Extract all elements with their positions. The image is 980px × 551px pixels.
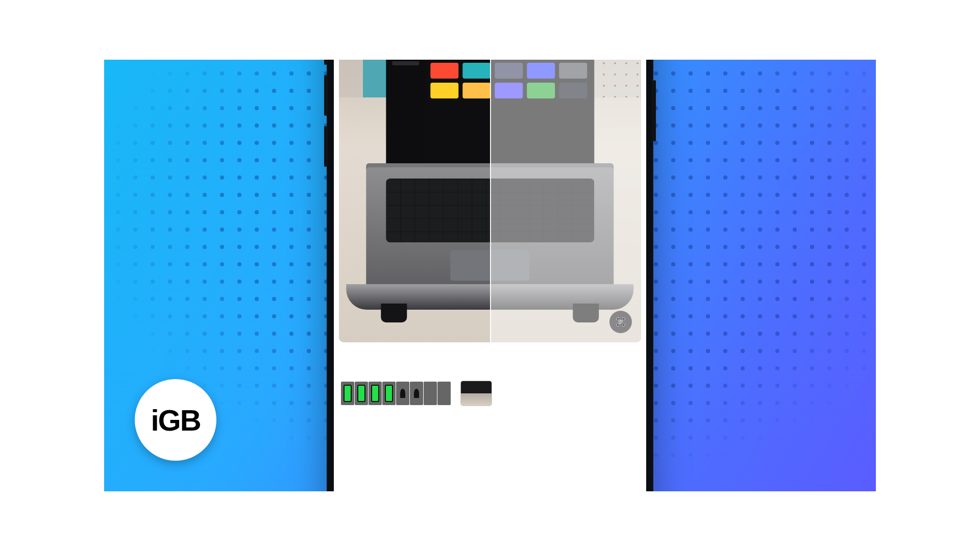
filmstrip-cluster[interactable]: [341, 381, 451, 406]
filmstrip-thumb[interactable]: [368, 381, 382, 406]
filmstrip-thumb[interactable]: [340, 381, 355, 406]
filmstrip-thumb[interactable]: [396, 381, 410, 406]
side-button: [653, 80, 656, 141]
filmstrip-thumb[interactable]: [354, 381, 369, 406]
igb-logo-text: iGB: [151, 403, 200, 437]
filmstrip-thumb-current[interactable]: [460, 381, 492, 406]
mute-switch: [324, 60, 327, 65]
photo-viewer[interactable]: iGB iGeeksBlog Home Videos Shorts Live: [334, 60, 646, 342]
volume-up-button: [324, 75, 327, 116]
igb-logo-badge: iGB: [135, 379, 216, 461]
edit-split-overlay: [490, 60, 641, 342]
photo-main[interactable]: iGB iGeeksBlog Home Videos Shorts Live: [339, 60, 641, 342]
iphone-screen: iGB iGeeksBlog Home Videos Shorts Live: [334, 60, 646, 491]
filmstrip-thumb[interactable]: [437, 381, 451, 406]
filmstrip-thumb[interactable]: [409, 381, 424, 406]
filmstrip-thumb[interactable]: [423, 381, 437, 406]
live-text-button[interactable]: [609, 311, 632, 333]
volume-down-button: [324, 126, 327, 167]
live-text-icon: [615, 316, 627, 328]
iphone-frame: iGB iGeeksBlog Home Videos Shorts Live: [327, 60, 653, 491]
photo-filmstrip[interactable]: [334, 379, 646, 408]
filmstrip-thumb[interactable]: [382, 381, 396, 406]
hero-image: iGB: [104, 60, 876, 491]
